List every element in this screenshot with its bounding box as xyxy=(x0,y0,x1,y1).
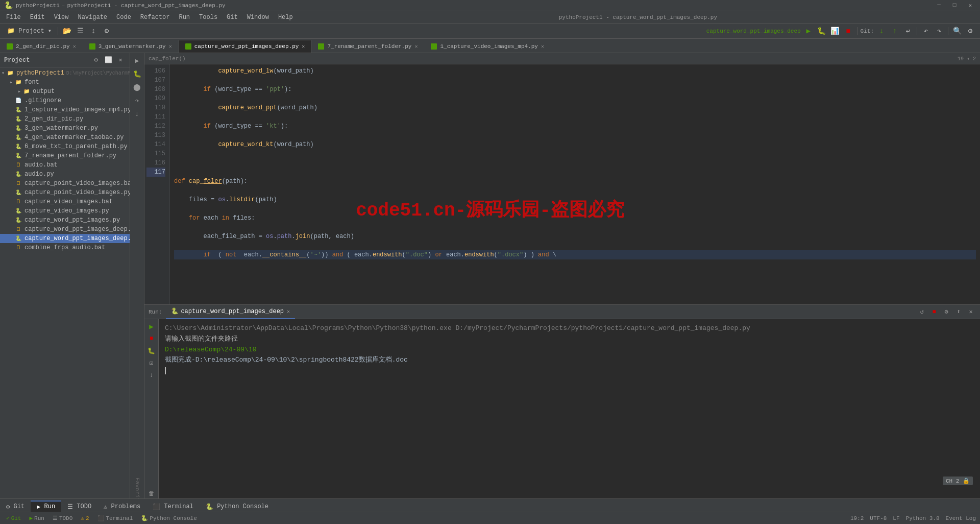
tree-item-gitignore[interactable]: ▸ 📄 .gitignore xyxy=(0,96,130,105)
py-file-icon: py xyxy=(7,43,13,50)
close-button[interactable]: ✕ xyxy=(964,2,976,9)
tree-item-audio-py[interactable]: ▸ 🐍 audio.py xyxy=(0,170,130,179)
tab-3-gen-watermarker[interactable]: py 3_gen_watermarker.py ✕ xyxy=(83,40,179,53)
run-settings[interactable]: ⚙ xyxy=(941,307,951,317)
run-output[interactable]: C:\Users\Administrator\AppData\Local\Pro… xyxy=(159,319,980,498)
run-scroll-btn[interactable]: ↓ xyxy=(146,370,157,380)
sidebar-settings[interactable]: ⚙ xyxy=(91,55,101,65)
git-push[interactable]: ↑ xyxy=(889,26,900,37)
stop-button[interactable]: ■ xyxy=(843,26,854,37)
tab-close-3[interactable]: ✕ xyxy=(302,43,305,50)
run-rerun[interactable]: ↺ xyxy=(917,307,927,317)
run-close[interactable]: ✕ xyxy=(966,307,976,317)
debug-button[interactable]: 🐛 xyxy=(816,26,827,37)
run-filter-btn[interactable]: ⊡ xyxy=(146,358,157,368)
tree-item-1-capture[interactable]: ▸ 🐍 1_capture_video_images_mp4.py xyxy=(0,105,130,114)
sidebar-close[interactable]: ✕ xyxy=(115,55,126,65)
minimize-button[interactable]: ─ xyxy=(933,2,945,9)
git-update[interactable]: ↓ xyxy=(876,26,887,37)
run-with-coverage[interactable]: 📊 xyxy=(829,26,841,37)
menu-edit[interactable]: Edit xyxy=(26,13,49,22)
toolbar-sync-btn[interactable]: ↕ xyxy=(88,26,99,37)
status-python-console[interactable]: 🐍 Python Console xyxy=(139,515,199,521)
tree-item-cap-word-deep[interactable]: ▸ 🐍 capture_word_ppt_images_deep.py xyxy=(0,234,130,243)
status-terminal[interactable]: ⬛ Terminal xyxy=(95,515,135,521)
tree-item-4-gen-water-taobao[interactable]: ▸ 🐍 4_gen_watermarker_taobao.py xyxy=(0,133,130,142)
bottom-tab-run[interactable]: ▶ Run xyxy=(31,501,61,512)
menu-view[interactable]: View xyxy=(50,13,73,22)
menu-code[interactable]: Code xyxy=(112,13,135,22)
step-over-icon[interactable]: ↷ xyxy=(132,95,143,106)
tree-item-audio-bat[interactable]: ▸ 🗒 audio.bat xyxy=(0,160,130,170)
status-run[interactable]: ▶ Run xyxy=(27,515,46,521)
run-stop-btn[interactable]: ■ xyxy=(146,334,157,344)
status-problems[interactable]: ⚠ 2 xyxy=(79,515,91,521)
redo-button[interactable]: ↷ xyxy=(934,26,945,37)
menu-tools[interactable]: Tools xyxy=(195,13,222,22)
run-tab-close[interactable]: ✕ xyxy=(287,308,290,315)
debug-icon[interactable]: 🐛 xyxy=(132,68,143,80)
tree-item-root[interactable]: ▾ 📁 pythoProject1 D:\myProject\PycharmPr… xyxy=(0,68,130,78)
run-debug-btn[interactable]: 🐛 xyxy=(146,346,157,356)
menu-file[interactable]: File xyxy=(2,13,25,22)
tree-item-output[interactable]: ▸ 📁 output xyxy=(0,87,130,96)
tree-item-combine-bat[interactable]: ▸ 🗒 combine_frps_audio.bat xyxy=(0,243,130,252)
toolbar-list-btn[interactable]: ☰ xyxy=(75,26,86,37)
tree-item-font[interactable]: ▸ 📁 font xyxy=(0,78,130,87)
tab-close-2[interactable]: ✕ xyxy=(169,43,172,50)
tree-item-3-gen-water[interactable]: ▸ 🐍 3_gen_watermarker.py xyxy=(0,124,130,133)
favorites-icon[interactable]: Favorites xyxy=(133,487,141,498)
tab-2-gen-dir-pic[interactable]: py 2_gen_dir_pic.py ✕ xyxy=(0,40,83,53)
toolbar-open-btn[interactable]: 📂 xyxy=(61,26,72,37)
menu-window[interactable]: Window xyxy=(243,13,273,22)
breakpoint-icon[interactable]: ⬤ xyxy=(132,82,143,93)
tree-item-cap-point-py[interactable]: ▸ 🐍 capture_point_video_images.py xyxy=(0,188,130,197)
run-expand[interactable]: ⬆ xyxy=(953,307,964,317)
menu-git[interactable]: Git xyxy=(223,13,242,22)
tree-item-7-rename[interactable]: ▸ 🐍 7_rename_parent_folder.py xyxy=(0,151,130,160)
tab-close-1[interactable]: ✕ xyxy=(73,43,76,50)
menu-refactor[interactable]: Refactor xyxy=(136,13,174,22)
tree-item-2-gen-dir[interactable]: ▸ 🐍 2_gen_dir_pic.py xyxy=(0,114,130,124)
tree-item-6-move[interactable]: ▸ 🐍 6_move_txt_to_parent_path.py xyxy=(0,142,130,151)
run-play-btn[interactable]: ▶ xyxy=(146,321,157,331)
git-revert[interactable]: ↩ xyxy=(902,26,914,37)
project-selector[interactable]: 📁 Project ▾ xyxy=(4,26,55,37)
tab-close-4[interactable]: ✕ xyxy=(414,43,418,50)
tab-1-capture-video[interactable]: py 1_capture_video_images_mp4.py ✕ xyxy=(424,40,550,53)
step-into-icon[interactable]: ↓ xyxy=(132,108,143,120)
settings-gear[interactable]: ⚙ xyxy=(965,26,976,37)
tab-close-5[interactable]: ✕ xyxy=(541,43,544,50)
status-event-log[interactable]: Event Log xyxy=(946,515,976,521)
run-clear-btn[interactable]: 🗑 xyxy=(146,488,157,498)
bottom-tab-git[interactable]: ⚙ Git xyxy=(0,501,31,512)
run-tab-main[interactable]: 🐍 capture_word_ppt_images_deep ✕ xyxy=(166,305,295,319)
maximize-button[interactable]: □ xyxy=(949,2,961,9)
code-editor[interactable]: 106 107 108 109 110 111 112 113 114 115 … xyxy=(144,64,980,304)
search-button[interactable]: 🔍 xyxy=(951,26,963,37)
bottom-tab-terminal[interactable]: ⬛ Terminal xyxy=(146,501,200,512)
tab-capture-word-ppt[interactable]: py capture_word_ppt_images_deep.py ✕ xyxy=(179,40,312,53)
tree-item-cap-video-bat[interactable]: ▸ 🗒 capture_video_images.bat xyxy=(0,197,130,206)
undo-button[interactable]: ↶ xyxy=(920,26,932,37)
status-todo[interactable]: ☰ TODO xyxy=(51,515,75,521)
bottom-tab-python-console[interactable]: 🐍 Python Console xyxy=(200,501,275,512)
status-git[interactable]: ✓ Git xyxy=(4,515,23,521)
code-content[interactable]: capture_word_lw(word_path) if (word_type… xyxy=(170,64,980,304)
tree-item-cap-word-ppt[interactable]: ▸ 🐍 capture_word_ppt_images.py xyxy=(0,216,130,225)
tree-item-cap-word-bat[interactable]: ▸ 🗒 capture_word_ppt_images_deep.bat xyxy=(0,225,130,234)
run-icon[interactable]: ▶ xyxy=(132,55,143,66)
bottom-tab-todo[interactable]: ☰ TODO xyxy=(61,501,97,512)
run-stop[interactable]: ■ xyxy=(929,307,939,317)
menu-help[interactable]: Help xyxy=(274,13,297,22)
run-button[interactable]: ▶ xyxy=(803,26,814,37)
bottom-tab-problems[interactable]: ⚠ Problems xyxy=(97,501,146,512)
tree-item-cap-video-py[interactable]: ▸ 🐍 capture_video_images.py xyxy=(0,206,130,216)
tab-7-rename[interactable]: py 7_rename_parent_folder.py ✕ xyxy=(311,40,424,53)
toolbar-settings-btn[interactable]: ⚙ xyxy=(101,26,112,37)
title-bar: 🐍 pythoProject1 – pythoProject1 - captur… xyxy=(0,0,980,11)
menu-run[interactable]: Run xyxy=(175,13,194,22)
menu-navigate[interactable]: Navigate xyxy=(74,13,111,22)
sidebar-expand[interactable]: ⬜ xyxy=(103,55,113,65)
tree-item-cap-point-bat[interactable]: ▸ 🗒 capture_point_video_images.bat xyxy=(0,179,130,188)
